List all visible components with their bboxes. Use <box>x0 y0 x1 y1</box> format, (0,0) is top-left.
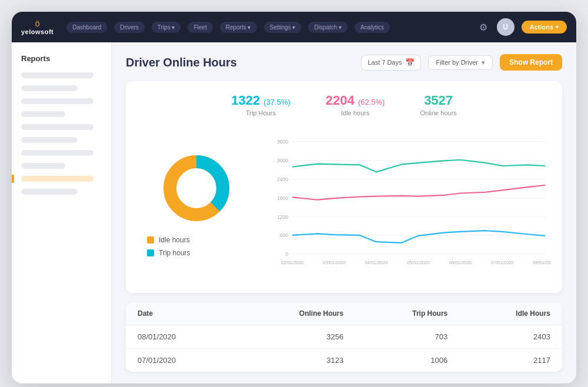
cell-date: 08/01/2020 <box>126 325 235 349</box>
main-layout: Reports Driver Online Hours Last 7 Days … <box>12 42 576 383</box>
donut-legend: Idle hours Trip hours <box>147 236 191 257</box>
actions-button[interactable]: Actions <box>522 21 567 34</box>
col-date: Date <box>126 302 235 325</box>
nav-item-fleet[interactable]: Fleet <box>188 22 212 33</box>
calendar-icon: 📅 <box>405 58 415 67</box>
cell-idle: 2117 <box>459 349 562 372</box>
cell-trip: 1006 <box>355 349 459 372</box>
sidebar-item-5[interactable] <box>21 124 93 130</box>
page-header: Driver Online Hours Last 7 Days 📅 Filter… <box>126 54 562 71</box>
chart-card: 1322 (37.5%) Trip Hours 2204 (62.5%) Idl… <box>126 81 562 293</box>
chart-body: Idle hours Trip hours <box>138 126 550 281</box>
svg-text:0: 0 <box>285 251 288 257</box>
svg-text:07/01/2020: 07/01/2020 <box>491 260 514 265</box>
content: Driver Online Hours Last 7 Days 📅 Filter… <box>112 42 576 383</box>
sidebar-item-8[interactable] <box>21 163 65 169</box>
online-label: Online hours <box>420 109 456 116</box>
data-table: Date Online Hours Trip Hours Idle Hours … <box>126 302 562 372</box>
top-stats: 1322 (37.5%) Trip Hours 2204 (62.5%) Idl… <box>138 93 550 116</box>
logo-icon: ö <box>35 19 40 28</box>
gear-icon[interactable]: ⚙ <box>477 19 490 35</box>
cell-trip: 703 <box>355 325 459 349</box>
stat-idle: 2204 (62.5%) Idle hours <box>326 93 385 116</box>
sidebar-item-10[interactable] <box>21 189 78 195</box>
idle-value: 2204 (62.5%) <box>326 93 385 108</box>
col-idle: Idle Hours <box>459 302 562 325</box>
trip-label: Trip Hours <box>231 109 290 116</box>
sidebar-item-2[interactable] <box>21 85 78 91</box>
svg-text:3600: 3600 <box>277 139 288 145</box>
svg-point-2 <box>179 171 213 205</box>
donut-area: Idle hours Trip hours <box>138 126 255 281</box>
donut-chart <box>158 150 235 226</box>
date-filter-label: Last 7 Days <box>368 59 402 66</box>
col-online: Online Hours <box>235 302 355 325</box>
col-trip: Trip Hours <box>355 302 459 325</box>
sidebar-item-6[interactable] <box>21 137 78 143</box>
svg-text:04/01/2020: 04/01/2020 <box>365 260 388 265</box>
idle-dot <box>147 236 154 243</box>
svg-text:08/01/2020: 08/01/2020 <box>533 260 550 265</box>
cell-date: 07/01/2020 <box>126 349 235 372</box>
table-card: Date Online Hours Trip Hours Idle Hours … <box>126 302 562 372</box>
sidebar-item-1[interactable] <box>21 72 93 78</box>
avatar[interactable]: U <box>497 18 514 36</box>
sidebar-item-7[interactable] <box>21 150 93 156</box>
nav-item-reports[interactable]: Reports <box>220 22 257 33</box>
svg-text:1800: 1800 <box>277 195 288 201</box>
nav-item-dashboard[interactable]: Dashboard <box>66 22 107 33</box>
cell-online: 3123 <box>235 349 355 372</box>
trip-legend-label: Trip hours <box>159 249 191 257</box>
svg-text:3000: 3000 <box>277 158 288 164</box>
nav-item-trips[interactable]: Trips <box>152 22 181 33</box>
nav-item-settings[interactable]: Settings <box>264 22 302 33</box>
online-value: 3527 <box>420 93 456 108</box>
svg-text:2400: 2400 <box>277 176 288 182</box>
svg-text:1200: 1200 <box>277 214 288 220</box>
table-row: 07/01/2020 3123 1006 2117 <box>126 349 562 372</box>
stat-trip: 1322 (37.5%) Trip Hours <box>231 93 290 116</box>
sidebar-item-3[interactable] <box>21 98 93 104</box>
line-chart-area: 3600 3000 2400 1800 1200 600 0 02/01/202… <box>267 126 550 281</box>
svg-text:06/01/2020: 06/01/2020 <box>449 260 472 265</box>
svg-text:03/01/2020: 03/01/2020 <box>323 260 346 265</box>
cell-online: 3256 <box>235 325 355 349</box>
page-title: Driver Online Hours <box>126 56 354 69</box>
line-chart: 3600 3000 2400 1800 1200 600 0 02/01/202… <box>267 126 550 279</box>
sidebar-item-active[interactable] <box>21 176 93 182</box>
nav-item-analytics[interactable]: Analytics <box>355 22 390 33</box>
sidebar: Reports <box>12 42 112 383</box>
nav-item-drivers[interactable]: Drivers <box>114 22 145 33</box>
legend-idle: Idle hours <box>147 236 191 244</box>
table-row: 08/01/2020 3256 703 2403 <box>126 325 562 349</box>
device-frame: ö yelowsoft Dashboard Drivers Trips Flee… <box>12 12 576 383</box>
date-filter[interactable]: Last 7 Days 📅 <box>361 55 421 71</box>
svg-text:600: 600 <box>280 232 289 238</box>
show-report-button[interactable]: Show Report <box>500 54 562 71</box>
svg-text:02/01/2020: 02/01/2020 <box>281 260 304 265</box>
trip-value: 1322 (37.5%) <box>231 93 290 108</box>
idle-legend-label: Idle hours <box>159 236 190 244</box>
legend-trip: Trip hours <box>147 249 191 257</box>
top-nav: ö yelowsoft Dashboard Drivers Trips Flee… <box>12 12 576 42</box>
table-header-row: Date Online Hours Trip Hours Idle Hours <box>126 302 562 325</box>
trip-dot <box>147 249 154 256</box>
stat-online: 3527 Online hours <box>420 93 456 116</box>
driver-filter-label: Filter by Driver <box>436 59 478 66</box>
logo-name: yelowsoft <box>21 28 54 35</box>
sidebar-title: Reports <box>21 54 102 63</box>
logo: ö yelowsoft <box>21 19 54 35</box>
idle-label: Idle hours <box>326 109 385 116</box>
svg-text:05/01/2020: 05/01/2020 <box>407 260 430 265</box>
sidebar-item-4[interactable] <box>21 111 65 117</box>
driver-filter[interactable]: Filter by Driver <box>428 55 493 70</box>
cell-idle: 2403 <box>459 325 562 349</box>
nav-item-dispatch[interactable]: Dispatch <box>308 22 348 33</box>
